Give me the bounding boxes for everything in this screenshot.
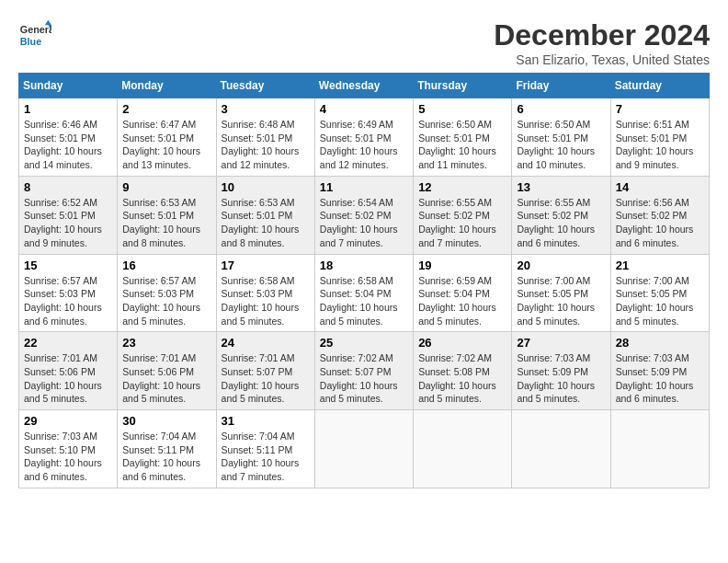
- day-number: 1: [24, 102, 112, 116]
- calendar-cell: 10 Sunrise: 6:53 AMSunset: 5:01 PMDaylig…: [216, 176, 314, 254]
- day-info: Sunrise: 7:01 AMSunset: 5:07 PMDaylight:…: [222, 352, 300, 404]
- day-number: 28: [616, 336, 704, 350]
- day-number: 19: [418, 259, 506, 272]
- day-info: Sunrise: 6:53 AMSunset: 5:01 PMDaylight:…: [122, 197, 200, 248]
- calendar-cell: 16 Sunrise: 6:57 AMSunset: 5:03 PMDaylig…: [118, 254, 216, 332]
- day-number: 15: [24, 259, 112, 272]
- weekday-header-saturday: Saturday: [610, 74, 709, 98]
- day-info: Sunrise: 7:01 AMSunset: 5:06 PMDaylight:…: [24, 352, 102, 404]
- calendar-cell: 28 Sunrise: 7:03 AMSunset: 5:09 PMDaylig…: [610, 332, 709, 410]
- svg-text:Blue: Blue: [20, 36, 41, 47]
- weekday-header-thursday: Thursday: [414, 74, 512, 98]
- calendar-cell: 18 Sunrise: 6:58 AMSunset: 5:04 PMDaylig…: [314, 254, 413, 332]
- day-number: 5: [418, 102, 506, 116]
- calendar-cell: 17 Sunrise: 6:58 AMSunset: 5:03 PMDaylig…: [216, 254, 314, 332]
- calendar-cell: 30 Sunrise: 7:04 AMSunset: 5:11 PMDaylig…: [118, 410, 216, 488]
- calendar-cell: 13 Sunrise: 6:55 AMSunset: 5:02 PMDaylig…: [512, 176, 610, 254]
- calendar-cell: 4 Sunrise: 6:49 AMSunset: 5:01 PMDayligh…: [314, 98, 413, 177]
- calendar-cell: [610, 410, 709, 488]
- day-number: 22: [24, 336, 112, 350]
- day-number: 23: [122, 336, 210, 350]
- day-info: Sunrise: 6:56 AMSunset: 5:02 PMDaylight:…: [616, 197, 694, 248]
- day-info: Sunrise: 6:59 AMSunset: 5:04 PMDaylight:…: [418, 275, 496, 327]
- calendar-cell: [314, 410, 413, 488]
- calendar-cell: 24 Sunrise: 7:01 AMSunset: 5:07 PMDaylig…: [216, 332, 314, 410]
- calendar-cell: 23 Sunrise: 7:01 AMSunset: 5:06 PMDaylig…: [118, 332, 216, 410]
- calendar-cell: 26 Sunrise: 7:02 AMSunset: 5:08 PMDaylig…: [414, 332, 512, 410]
- day-number: 2: [122, 102, 210, 116]
- calendar-cell: 6 Sunrise: 6:50 AMSunset: 5:01 PMDayligh…: [512, 98, 610, 177]
- calendar-cell: 2 Sunrise: 6:47 AMSunset: 5:01 PMDayligh…: [118, 98, 216, 177]
- day-info: Sunrise: 7:00 AMSunset: 5:05 PMDaylight:…: [616, 275, 694, 327]
- calendar-cell: 14 Sunrise: 6:56 AMSunset: 5:02 PMDaylig…: [610, 176, 709, 254]
- calendar-table: SundayMondayTuesdayWednesdayThursdayFrid…: [18, 73, 710, 488]
- day-number: 25: [320, 336, 408, 350]
- day-info: Sunrise: 7:03 AMSunset: 5:09 PMDaylight:…: [616, 352, 694, 404]
- day-number: 17: [222, 259, 310, 272]
- calendar-cell: 1 Sunrise: 6:46 AMSunset: 5:01 PMDayligh…: [19, 98, 118, 177]
- day-info: Sunrise: 6:50 AMSunset: 5:01 PMDaylight:…: [418, 119, 496, 170]
- day-info: Sunrise: 6:54 AMSunset: 5:02 PMDaylight:…: [320, 197, 398, 248]
- day-info: Sunrise: 6:53 AMSunset: 5:01 PMDaylight:…: [222, 197, 300, 248]
- calendar-cell: 11 Sunrise: 6:54 AMSunset: 5:02 PMDaylig…: [314, 176, 413, 254]
- title-block: December 2024 San Elizario, Texas, Unite…: [494, 18, 710, 67]
- day-number: 10: [222, 180, 310, 194]
- day-number: 7: [616, 102, 704, 116]
- day-info: Sunrise: 7:03 AMSunset: 5:10 PMDaylight:…: [24, 431, 102, 482]
- weekday-header-sunday: Sunday: [19, 74, 118, 98]
- location: San Elizario, Texas, United States: [494, 52, 710, 67]
- calendar-cell: 7 Sunrise: 6:51 AMSunset: 5:01 PMDayligh…: [610, 98, 709, 177]
- day-number: 13: [517, 180, 605, 194]
- day-number: 20: [517, 259, 605, 272]
- day-info: Sunrise: 6:58 AMSunset: 5:03 PMDaylight:…: [222, 275, 300, 327]
- calendar-cell: 3 Sunrise: 6:48 AMSunset: 5:01 PMDayligh…: [216, 98, 314, 177]
- day-info: Sunrise: 6:49 AMSunset: 5:01 PMDaylight:…: [320, 119, 398, 170]
- svg-marker-2: [45, 20, 51, 25]
- day-number: 6: [517, 102, 605, 116]
- calendar-cell: 22 Sunrise: 7:01 AMSunset: 5:06 PMDaylig…: [19, 332, 118, 410]
- calendar-cell: 8 Sunrise: 6:52 AMSunset: 5:01 PMDayligh…: [19, 176, 118, 254]
- day-number: 4: [320, 102, 408, 116]
- day-info: Sunrise: 7:04 AMSunset: 5:11 PMDaylight:…: [122, 431, 200, 482]
- day-number: 9: [122, 180, 210, 194]
- logo: General Blue: [18, 18, 55, 52]
- day-number: 3: [222, 102, 310, 116]
- weekday-header-wednesday: Wednesday: [314, 74, 413, 98]
- weekday-header-monday: Monday: [118, 74, 216, 98]
- svg-text:General: General: [20, 24, 51, 35]
- day-info: Sunrise: 7:02 AMSunset: 5:08 PMDaylight:…: [418, 352, 496, 404]
- day-number: 30: [122, 414, 210, 428]
- calendar-cell: 29 Sunrise: 7:03 AMSunset: 5:10 PMDaylig…: [19, 410, 118, 488]
- calendar-cell: [512, 410, 610, 488]
- day-number: 29: [24, 414, 112, 428]
- calendar-cell: 5 Sunrise: 6:50 AMSunset: 5:01 PMDayligh…: [414, 98, 512, 177]
- day-info: Sunrise: 6:55 AMSunset: 5:02 PMDaylight:…: [517, 197, 595, 248]
- day-info: Sunrise: 7:01 AMSunset: 5:06 PMDaylight:…: [122, 352, 200, 404]
- day-info: Sunrise: 7:02 AMSunset: 5:07 PMDaylight:…: [320, 352, 398, 404]
- day-info: Sunrise: 6:58 AMSunset: 5:04 PMDaylight:…: [320, 275, 398, 327]
- day-info: Sunrise: 7:00 AMSunset: 5:05 PMDaylight:…: [517, 275, 595, 327]
- day-info: Sunrise: 6:48 AMSunset: 5:01 PMDaylight:…: [222, 119, 300, 170]
- calendar-cell: 21 Sunrise: 7:00 AMSunset: 5:05 PMDaylig…: [610, 254, 709, 332]
- day-info: Sunrise: 6:50 AMSunset: 5:01 PMDaylight:…: [517, 119, 595, 170]
- day-number: 8: [24, 180, 112, 194]
- day-number: 18: [320, 259, 408, 272]
- calendar-cell: 15 Sunrise: 6:57 AMSunset: 5:03 PMDaylig…: [19, 254, 118, 332]
- calendar-cell: 20 Sunrise: 7:00 AMSunset: 5:05 PMDaylig…: [512, 254, 610, 332]
- day-info: Sunrise: 7:04 AMSunset: 5:11 PMDaylight:…: [222, 431, 300, 482]
- day-info: Sunrise: 6:55 AMSunset: 5:02 PMDaylight:…: [418, 197, 496, 248]
- day-number: 31: [222, 414, 310, 428]
- day-number: 14: [616, 180, 704, 194]
- day-number: 16: [122, 259, 210, 272]
- calendar-cell: 19 Sunrise: 6:59 AMSunset: 5:04 PMDaylig…: [414, 254, 512, 332]
- day-number: 11: [320, 180, 408, 194]
- weekday-header-tuesday: Tuesday: [216, 74, 314, 98]
- calendar-cell: 25 Sunrise: 7:02 AMSunset: 5:07 PMDaylig…: [314, 332, 413, 410]
- day-info: Sunrise: 7:03 AMSunset: 5:09 PMDaylight:…: [517, 352, 595, 404]
- weekday-header-friday: Friday: [512, 74, 610, 98]
- day-info: Sunrise: 6:57 AMSunset: 5:03 PMDaylight:…: [24, 275, 102, 327]
- day-info: Sunrise: 6:47 AMSunset: 5:01 PMDaylight:…: [122, 119, 200, 170]
- day-number: 21: [616, 259, 704, 272]
- day-info: Sunrise: 6:46 AMSunset: 5:01 PMDaylight:…: [24, 119, 102, 170]
- day-number: 12: [418, 180, 506, 194]
